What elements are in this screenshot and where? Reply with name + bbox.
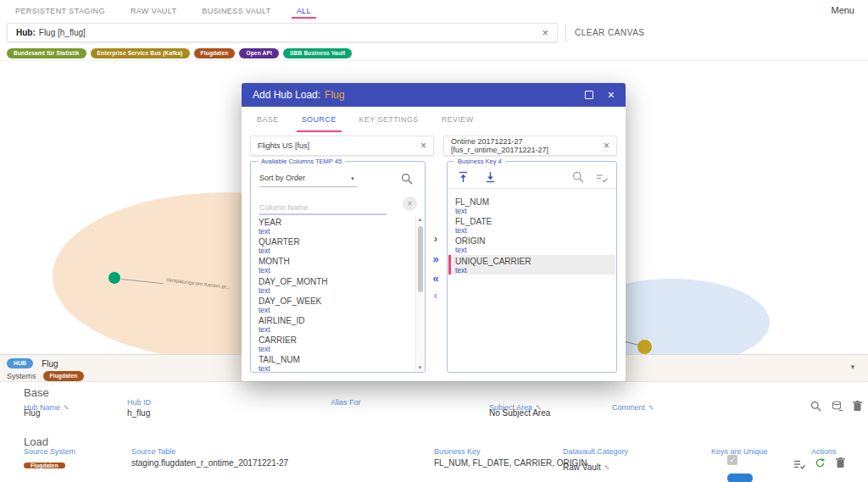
sort-by-value: Sort by Order: [259, 174, 305, 182]
dialog-title: Add Hub Load:: [253, 89, 320, 101]
clear-source-table-icon[interactable]: ×: [604, 140, 609, 152]
hub-search-bar: Hub: Flug [h_flug] × CLEAR CANVAS: [0, 20, 868, 46]
tab-key-settings[interactable]: KEY SETTINGS: [359, 107, 419, 132]
clear-filter-icon[interactable]: ×: [403, 197, 417, 211]
edit-pencil-icon[interactable]: ✎: [604, 464, 610, 472]
alias-for-label: Alias For: [331, 398, 361, 407]
business-key-toolbar: [448, 167, 616, 189]
edit-pencil-icon[interactable]: ✎: [648, 404, 654, 412]
column-list-item[interactable]: CARRIERtext: [252, 334, 415, 353]
load-section-title: Load: [24, 435, 48, 448]
scrollbar[interactable]: ▲ ▼: [415, 216, 424, 371]
hub-name-value: Flug: [24, 408, 40, 418]
key-list-item[interactable]: ORIGINtext: [448, 235, 615, 254]
tab-review[interactable]: REVIEW: [442, 107, 474, 132]
clear-hub-icon[interactable]: ×: [542, 27, 548, 38]
move-to-top-icon[interactable]: [458, 171, 469, 186]
hub-search-field[interactable]: Hub: Flug [h_flug] ×: [7, 23, 558, 42]
entity-type-badge: HUB: [7, 358, 33, 368]
column-list-item[interactable]: DAY_OF_WEEKtext: [252, 295, 415, 314]
validate-keys-icon[interactable]: [596, 171, 608, 186]
tab-base[interactable]: BASE: [257, 107, 279, 132]
tab-raw-vault[interactable]: RAW VAULT: [129, 2, 178, 19]
chip-flugdaten[interactable]: Flugdaten: [194, 48, 236, 58]
available-columns-list: YEARtext QUARTERtext MONTHtext DAY_OF_MO…: [252, 216, 415, 371]
tab-business-vault[interactable]: BUSINESS VAULT: [200, 2, 272, 19]
column-name: AIRLINE_ID: [259, 316, 415, 325]
column-name: QUARTER: [259, 237, 415, 247]
key-type: text: [455, 246, 615, 254]
scroll-down-icon[interactable]: ▼: [416, 365, 424, 370]
chip-flugdaten[interactable]: Flugdaten: [43, 371, 85, 381]
datavault-category-value: Raw Vault: [563, 463, 601, 472]
key-list-item-selected[interactable]: UNIQUE_CARRIERtext: [448, 255, 615, 274]
collapse-caret-icon[interactable]: ▼: [849, 363, 856, 371]
column-type: text: [259, 325, 415, 334]
column-name: YEAR: [259, 218, 415, 227]
refresh-icon[interactable]: [815, 457, 826, 472]
column-name: CARRIER: [259, 335, 415, 345]
system-chips-row: Bundesamt für Statistik Enterprise Servi…: [0, 46, 868, 60]
entity-header-row: HUB Flug: [7, 358, 58, 368]
menu-button[interactable]: Menu: [831, 5, 854, 15]
sort-by-select[interactable]: Sort by Order ▼: [259, 174, 357, 187]
app-root: PERSISTENT STAGING RAW VAULT BUSINESS VA…: [0, 0, 868, 482]
edit-pencil-icon[interactable]: ✎: [64, 404, 70, 412]
scroll-up-icon[interactable]: ▲: [416, 217, 424, 222]
delete-trash-icon[interactable]: [853, 400, 862, 415]
move-left-button[interactable]: ‹: [427, 290, 444, 302]
chip-esb-kafka[interactable]: Enterprise Service Bus (Kafka): [91, 48, 190, 58]
clear-canvas-button[interactable]: CLEAR CANVAS: [575, 28, 645, 37]
column-type: text: [259, 364, 415, 371]
source-system-field[interactable]: Flights US [fus] ×: [250, 136, 434, 156]
close-icon[interactable]: ×: [608, 89, 615, 101]
column-name-filter-input[interactable]: [259, 201, 387, 215]
base-section-title: Base: [24, 386, 49, 399]
canvas-node-yellow[interactable]: [637, 340, 652, 354]
source-table-label: Source Table: [131, 447, 175, 456]
key-name: UNIQUE_CARRIER: [455, 257, 615, 266]
clear-source-system-icon[interactable]: ×: [420, 140, 426, 152]
column-name: TAIL_NUM: [259, 355, 415, 364]
column-type: text: [259, 286, 415, 295]
tab-source[interactable]: SOURCE: [302, 107, 337, 132]
column-list-item[interactable]: YEARtext: [252, 216, 415, 235]
chip-flugdaten[interactable]: Flugdaten: [24, 463, 65, 468]
column-name: MONTH: [259, 257, 415, 266]
layer-tabs: PERSISTENT STAGING RAW VAULT BUSINESS VA…: [14, 0, 313, 20]
maximize-icon[interactable]: [585, 91, 593, 99]
key-name: FL_DATE: [455, 217, 615, 226]
tab-all[interactable]: ALL: [295, 2, 313, 19]
actions-label: Actions: [811, 447, 837, 456]
chip-bundesamt[interactable]: Bundesamt für Statistik: [7, 48, 86, 58]
scrollbar-thumb[interactable]: [418, 226, 423, 292]
move-to-bottom-icon[interactable]: [485, 171, 496, 186]
database-remove-icon[interactable]: [832, 400, 843, 415]
tab-persistent-staging[interactable]: PERSISTENT STAGING: [14, 2, 107, 19]
search-icon[interactable]: [810, 400, 821, 415]
keys-unique-checkbox[interactable]: ✓: [727, 455, 737, 465]
active-tab-underline: [297, 130, 342, 132]
move-all-left-button[interactable]: «: [427, 273, 444, 285]
column-list-item[interactable]: QUARTERtext: [252, 235, 415, 255]
tab-all-label: ALL: [297, 7, 311, 15]
search-columns-icon[interactable]: [401, 173, 413, 188]
column-list-item[interactable]: DAY_OF_MONTHtext: [252, 275, 415, 295]
canvas-node-teal[interactable]: [108, 272, 120, 284]
column-list-item[interactable]: TAIL_NUMtext: [252, 353, 415, 371]
chip-open-api[interactable]: Open API: [239, 48, 279, 58]
source-table-field[interactable]: Ontime 20171221-27 [fus_r_ontime_2017122…: [443, 136, 617, 156]
chip-sbb-business-vault[interactable]: SBB Business Vault: [283, 48, 352, 58]
key-name: FL_NUM: [455, 197, 615, 207]
column-list-item[interactable]: MONTHtext: [252, 255, 415, 274]
key-list-icon[interactable]: [793, 457, 805, 473]
column-name: DAY_OF_MONTH: [259, 277, 415, 286]
key-list-item[interactable]: FL_NUMtext: [448, 196, 615, 215]
move-all-right-button[interactable]: »: [427, 253, 444, 265]
key-type: text: [455, 226, 615, 235]
delete-trash-icon[interactable]: [836, 457, 845, 472]
search-keys-icon[interactable]: [572, 171, 584, 186]
column-list-item[interactable]: AIRLINE_IDtext: [252, 314, 415, 334]
key-list-item[interactable]: FL_DATEtext: [448, 215, 615, 235]
move-right-button[interactable]: ›: [427, 233, 444, 245]
